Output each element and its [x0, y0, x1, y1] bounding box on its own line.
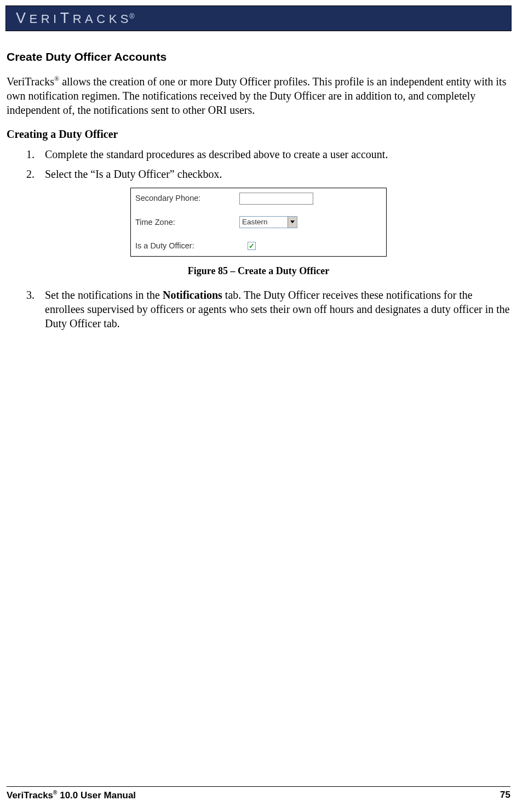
steps-list: 1. Complete the standard procedures as d…	[7, 147, 510, 181]
figure-caption: Figure 85 – Create a Duty Officer	[7, 264, 510, 277]
step-number: 1.	[26, 147, 45, 161]
page-number: 75	[500, 789, 510, 802]
duty-officer-checkbox[interactable]: ✓	[248, 242, 256, 250]
chevron-down-icon	[288, 217, 297, 228]
step-text: Select the “Is a Duty Officer” checkbox.	[45, 167, 510, 181]
step-text: Complete the standard procedures as desc…	[45, 147, 510, 161]
step-item: 3. Set the notifications in the Notifica…	[26, 288, 510, 330]
time-zone-label: Time Zone:	[135, 217, 239, 228]
header-bar: VERITRACKS®	[5, 5, 512, 31]
time-zone-select[interactable]: Eastern	[239, 216, 297, 228]
sub-heading: Creating a Duty Officer	[7, 127, 510, 142]
secondary-phone-input[interactable]	[239, 193, 313, 205]
step-item: 2. Select the “Is a Duty Officer” checkb…	[26, 167, 510, 181]
step-number: 2.	[26, 167, 45, 181]
form-screenshot: Secondary Phone: Time Zone: Eastern Is a…	[130, 188, 387, 257]
brand-logo: VERITRACKS®	[16, 8, 135, 28]
form-row-time-zone: Time Zone: Eastern	[131, 208, 386, 236]
time-zone-value: Eastern	[240, 217, 288, 227]
footer-title: VeriTracks® 10.0 User Manual	[7, 789, 136, 802]
figure-container: Secondary Phone: Time Zone: Eastern Is a…	[7, 188, 510, 257]
step-text: Set the notifications in the Notificatio…	[45, 288, 510, 330]
form-row-secondary-phone: Secondary Phone:	[131, 188, 386, 208]
step-number: 3.	[26, 288, 45, 330]
step-item: 1. Complete the standard procedures as d…	[26, 147, 510, 161]
footer-rule	[7, 786, 510, 787]
page-footer: VeriTracks® 10.0 User Manual 75	[7, 786, 510, 802]
intro-paragraph: VeriTracks® allows the creation of one o…	[7, 74, 510, 117]
duty-officer-label: Is a Duty Officer:	[135, 241, 239, 252]
check-icon: ✓	[249, 242, 255, 250]
page-content: Create Duty Officer Accounts VeriTracks®…	[7, 49, 510, 336]
form-row-duty-officer: Is a Duty Officer: ✓	[131, 236, 386, 256]
section-heading: Create Duty Officer Accounts	[7, 49, 510, 65]
steps-list-continued: 3. Set the notifications in the Notifica…	[7, 288, 510, 330]
secondary-phone-label: Secondary Phone:	[135, 193, 239, 204]
